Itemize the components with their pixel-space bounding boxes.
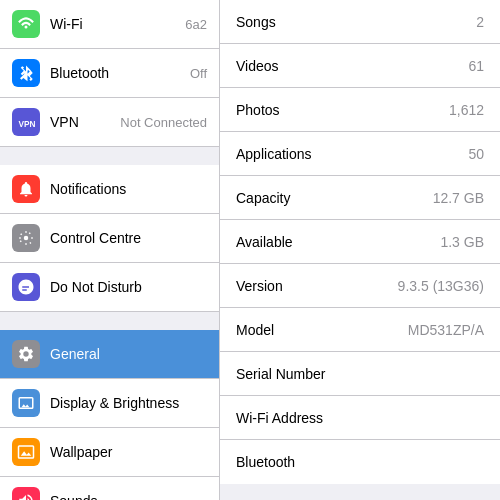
sidebar-item-wallpaper[interactable]: Wallpaper	[0, 428, 219, 477]
capacity-label: Capacity	[236, 190, 425, 206]
available-value: 1.3 GB	[440, 234, 484, 250]
notifications-label: Notifications	[50, 181, 207, 197]
sidebar-item-dnd[interactable]: Do Not Disturb	[0, 263, 219, 312]
info-row-serial: Serial Number	[220, 352, 500, 396]
applications-value: 50	[468, 146, 484, 162]
sidebar-section-system: Notifications Control Centre Do Not Dist…	[0, 165, 219, 312]
wifi-label: Wi-Fi	[50, 16, 181, 32]
videos-value: 61	[468, 58, 484, 74]
info-row-wifi-address: Wi-Fi Address	[220, 396, 500, 440]
info-row-photos: Photos 1,612	[220, 88, 500, 132]
videos-label: Videos	[236, 58, 460, 74]
wifi-address-label: Wi-Fi Address	[236, 410, 484, 426]
sidebar-item-wifi[interactable]: Wi-Fi 6a2	[0, 0, 219, 49]
model-label: Model	[236, 322, 400, 338]
sounds-icon	[12, 487, 40, 500]
vpn-label: VPN	[50, 114, 116, 130]
vpn-value: Not Connected	[120, 115, 207, 130]
svg-point-1	[24, 236, 29, 241]
capacity-value: 12.7 GB	[433, 190, 484, 206]
wifi-icon	[12, 10, 40, 38]
info-row-available: Available 1.3 GB	[220, 220, 500, 264]
info-group-stats: Songs 2 Videos 61 Photos 1,612 Applicati…	[220, 0, 500, 484]
sounds-label: Sounds	[50, 493, 207, 500]
sidebar-item-notifications[interactable]: Notifications	[0, 165, 219, 214]
dnd-label: Do Not Disturb	[50, 279, 207, 295]
songs-label: Songs	[236, 14, 468, 30]
display-label: Display & Brightness	[50, 395, 207, 411]
display-icon	[12, 389, 40, 417]
info-row-songs: Songs 2	[220, 0, 500, 44]
version-value: 9.3.5 (13G36)	[398, 278, 484, 294]
applications-label: Applications	[236, 146, 460, 162]
info-row-videos: Videos 61	[220, 44, 500, 88]
vpn-icon: VPN	[12, 108, 40, 136]
bluetooth-icon	[12, 59, 40, 87]
info-row-model: Model MD531ZP/A	[220, 308, 500, 352]
sidebar-item-vpn[interactable]: VPN VPN Not Connected	[0, 98, 219, 147]
sidebar-item-display[interactable]: Display & Brightness	[0, 379, 219, 428]
notifications-icon	[12, 175, 40, 203]
bt-label: Bluetooth	[50, 65, 186, 81]
serial-label: Serial Number	[236, 366, 484, 382]
bt-value: Off	[190, 66, 207, 81]
photos-label: Photos	[236, 102, 441, 118]
sidebar-item-control-centre[interactable]: Control Centre	[0, 214, 219, 263]
info-row-applications: Applications 50	[220, 132, 500, 176]
svg-text:VPN: VPN	[19, 120, 36, 129]
wifi-value: 6a2	[185, 17, 207, 32]
wallpaper-icon	[12, 438, 40, 466]
control-centre-icon	[12, 224, 40, 252]
available-label: Available	[236, 234, 432, 250]
info-row-capacity: Capacity 12.7 GB	[220, 176, 500, 220]
sidebar-divider-1	[0, 147, 219, 165]
dnd-icon	[12, 273, 40, 301]
bluetooth-address-label: Bluetooth	[236, 454, 484, 470]
wallpaper-label: Wallpaper	[50, 444, 207, 460]
general-label: General	[50, 346, 207, 362]
sidebar-item-sounds[interactable]: Sounds	[0, 477, 219, 500]
sidebar-item-bluetooth[interactable]: Bluetooth Off	[0, 49, 219, 98]
sidebar-section-network: Wi-Fi 6a2 Bluetooth Off VPN VPN Not Conn…	[0, 0, 219, 147]
sidebar: Wi-Fi 6a2 Bluetooth Off VPN VPN Not Conn…	[0, 0, 220, 500]
info-row-version: Version 9.3.5 (13G36)	[220, 264, 500, 308]
photos-value: 1,612	[449, 102, 484, 118]
sidebar-section-settings: General Display & Brightness Wallpaper S…	[0, 330, 219, 500]
model-value: MD531ZP/A	[408, 322, 484, 338]
info-row-bluetooth: Bluetooth	[220, 440, 500, 484]
songs-value: 2	[476, 14, 484, 30]
sidebar-divider-2	[0, 312, 219, 330]
main-panel: Songs 2 Videos 61 Photos 1,612 Applicati…	[220, 0, 500, 500]
control-centre-label: Control Centre	[50, 230, 207, 246]
version-label: Version	[236, 278, 390, 294]
general-icon	[12, 340, 40, 368]
sidebar-item-general[interactable]: General	[0, 330, 219, 379]
